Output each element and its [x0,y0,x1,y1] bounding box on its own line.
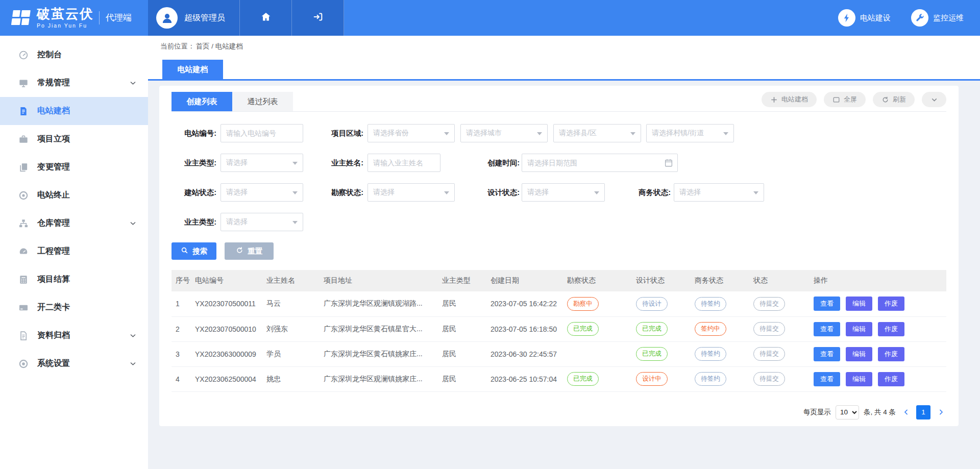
monitor-icon [18,78,29,88]
dashboard-icon [18,50,29,60]
row-action-button[interactable]: 编辑 [846,322,872,336]
list-tab[interactable]: 创建列表 [172,92,232,111]
filter-select[interactable]: 请选择 [220,213,303,231]
design-status-badge: 已完成 [636,347,668,361]
sidebar-item[interactable]: 项目立项 [0,125,148,153]
table-row: 3 YX2023063000009 学员 广东深圳龙华区黄石镇姚家庄... 居民… [172,341,946,366]
select-placeholder: 请选择省份 [373,129,409,138]
filter-select[interactable]: 请选择村镇/街道 [646,124,734,142]
list-tab[interactable]: 通过列表 [232,92,293,111]
chevron-down-icon [129,332,137,339]
select-placeholder: 请选择 [527,188,549,197]
row-action-button[interactable]: 作废 [878,347,904,361]
cell-created-date: 2023-07-05 16:18:50 [486,316,563,341]
filter-select[interactable]: 请选择 [674,183,764,202]
cell-actions: 查看编辑作废 [810,366,946,391]
cell-actions: 查看编辑作废 [810,341,946,366]
reset-icon [236,246,243,256]
sidebar-item[interactable]: 项目结算 [0,265,148,293]
row-action-button[interactable]: 作废 [878,322,904,336]
page-tab-station-archive[interactable]: 电站建档 [162,60,223,79]
row-action-button[interactable]: 查看 [814,347,840,361]
toolbar-button[interactable]: 全屏 [824,92,866,107]
filter-row: 建站状态: 请选择 [172,183,946,202]
row-action-button[interactable]: 作废 [878,372,904,386]
sidebar-item[interactable]: 资料归档 [0,322,148,350]
sidebar-item-label: 控制台 [37,50,62,60]
sidebar-item[interactable]: 电站建档 [0,97,148,125]
next-page-button[interactable] [935,405,946,419]
sidebar-item[interactable]: 仓库管理 [0,209,148,237]
prev-page-button[interactable] [900,405,912,419]
user-name: 超级管理员 [184,13,225,23]
plus-icon [770,96,778,104]
search-button[interactable]: 搜索 [172,242,216,260]
home-button[interactable] [240,0,292,36]
toolbar-button[interactable] [922,92,946,107]
toolbar-button[interactable]: 电站建档 [762,92,817,107]
sidebar-item[interactable]: 系统设置 [0,350,148,378]
home-icon [260,11,272,24]
filter-select[interactable]: 请选择 [522,183,605,202]
current-user[interactable]: 超级管理员 [148,0,240,36]
toolbar-button-label: 全屏 [844,95,857,104]
current-page-button[interactable]: 1 [916,405,930,419]
calendar-icon [664,158,673,167]
table-header-cell: 操作 [810,270,946,291]
filter-select[interactable]: 请选择 [220,154,303,172]
header-nav-item[interactable]: 电站建设 [838,9,891,27]
card-icon [18,303,29,313]
sidebar-item[interactable]: 控制台 [0,41,148,69]
filter-label: 创建时间: [480,154,520,172]
row-action-button[interactable]: 查看 [814,297,840,311]
header-nav-item[interactable]: 监控运维 [911,9,964,27]
sidebar-item[interactable]: 常规管理 [0,69,148,97]
header-nav-label: 电站建设 [860,13,891,23]
filter-select[interactable]: 请选择城市 [460,124,548,142]
card-head: 创建列表通过列表 电站建档 全屏 刷新 [172,92,946,112]
filter-text-input[interactable] [368,154,440,172]
row-action-button[interactable]: 编辑 [846,347,872,361]
logout-button[interactable] [292,0,344,36]
sidebar-item[interactable]: 工程管理 [0,237,148,265]
select-placeholder: 请选择 [226,217,248,227]
header-spacer [344,0,838,36]
sitemap-icon [18,218,29,229]
cell-station-code: YX2023070500011 [191,291,262,316]
sidebar-item-label: 仓库管理 [37,218,70,229]
filter-date-input[interactable] [522,154,678,172]
wrench-icon [911,9,928,27]
row-action-button[interactable]: 作废 [878,297,904,311]
toolbar-button[interactable]: 刷新 [873,92,915,107]
filter-form: 电站编号: [172,124,946,231]
filter-select[interactable]: 请选择 [220,183,303,202]
caret-down-icon [292,191,298,197]
per-page-select[interactable]: 10 [836,405,859,419]
sidebar-item[interactable]: 开二类卡 [0,293,148,322]
table-row: 1 YX2023070500011 马云 广东深圳龙华区观澜镇观湖路... 居民… [172,291,946,316]
reset-button[interactable]: 重置 [225,242,274,260]
list-tabs: 创建列表通过列表 [172,92,293,111]
cell-index: 2 [172,316,191,341]
sidebar-item[interactable]: 变更管理 [0,153,148,181]
caret-down-icon [444,132,449,138]
caret-down-icon [630,132,635,138]
row-action-button[interactable]: 编辑 [846,372,872,386]
row-action-button[interactable]: 查看 [814,372,840,386]
row-action-button[interactable]: 查看 [814,322,840,336]
sidebar-item-label: 系统设置 [37,358,70,369]
caret-down-icon [292,221,298,227]
survey-status-badge: 勘察中 [567,297,599,311]
filter-select[interactable]: 请选择县/区 [553,124,641,142]
caret-down-icon [292,162,298,167]
pagination: 每页显示 10 条, 共 4 条 1 [172,405,946,419]
sidebar-item[interactable]: 电站终止 [0,181,148,209]
filter-label: 电站编号: [172,124,216,142]
sidebar-item-label: 常规管理 [37,78,70,88]
filter-text-input[interactable] [220,124,303,142]
filter-label: 业主类型: [172,213,216,231]
filter-select[interactable]: 请选择 [368,183,455,202]
row-action-button[interactable]: 编辑 [846,297,872,311]
business-status-badge: 待签约 [695,297,726,311]
filter-select[interactable]: 请选择省份 [368,124,455,142]
